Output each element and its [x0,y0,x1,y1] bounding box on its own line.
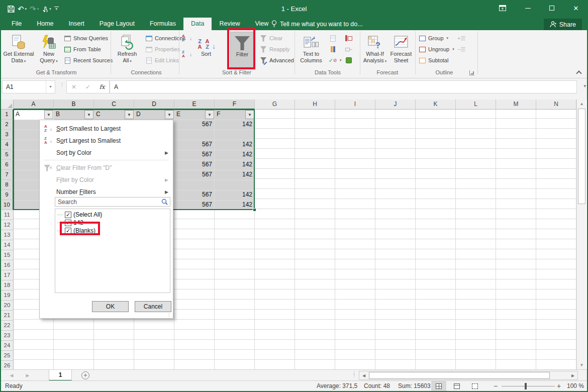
cell-F5[interactable]: 142 [215,150,255,160]
cell-E7[interactable]: 567 [174,170,215,180]
cell-E4[interactable]: 567 [174,140,215,150]
share-button[interactable]: Share [544,19,582,30]
column-header-J[interactable]: J [375,100,416,110]
row-header-12[interactable]: 12 [1,220,14,230]
row-header-13[interactable]: 13 [1,230,14,240]
search-input[interactable] [55,197,170,207]
column-header-M[interactable]: M [496,100,536,110]
filter-value-142[interactable]: ✓142 [57,219,83,227]
cell-F2[interactable]: 142 [215,120,255,130]
subtotal-button[interactable]: Subtotal [418,55,448,65]
cell-F7[interactable]: 142 [215,170,255,180]
zoom-in-icon[interactable]: + [557,381,561,391]
cell-D1[interactable]: D▼ [134,110,174,120]
get-external-data-button[interactable]: Get External Data▾ [3,32,34,68]
from-table-button[interactable]: From Table [63,44,101,54]
column-header-I[interactable]: I [335,100,375,110]
menu-item-sort-by-color[interactable]: Sort by Color▶ [40,147,172,159]
new-query-button[interactable]: New Query▾ [36,32,61,68]
sheet-tab-1[interactable]: 1 [49,370,72,381]
refresh-all-button[interactable]: Refresh All▾ [114,32,141,68]
minimize-icon[interactable] [518,0,538,16]
row-header-14[interactable]: 14 [1,240,14,250]
outline-dialog-launcher-icon[interactable] [469,70,474,75]
cell-C1[interactable]: C▼ [94,110,134,120]
autofilter-dropdown-icon-C[interactable]: ▼ [125,110,134,119]
maximize-icon[interactable] [542,0,562,16]
ok-button[interactable]: OK [92,301,129,312]
zoom-level[interactable]: 100 % [567,381,584,391]
tab-home[interactable]: Home [29,18,61,30]
tab-scroll-splitter[interactable]: ⋮⋮ [352,372,355,377]
column-header-D[interactable]: D [134,100,174,110]
menu-item-number-filters[interactable]: Number Filters▶ [40,186,172,198]
cell-F10[interactable]: 142 [215,200,255,210]
column-header-A[interactable]: A [14,100,54,110]
show-queries-button[interactable]: Show Queries [63,33,108,43]
row-header-19[interactable]: 19 [1,290,14,301]
menu-item-sort-largest-to-smallest[interactable]: ZA↓Sort Largest to Smallest [40,135,172,147]
zoom-out-icon[interactable]: − [494,381,498,391]
cell-F9[interactable]: 142 [215,190,255,200]
column-header-G[interactable]: G [255,100,295,110]
row-header-16[interactable]: 16 [1,260,14,270]
row-header-26[interactable]: 26 [1,361,14,369]
column-header-K[interactable]: K [416,100,456,110]
horizontal-scroll-thumb[interactable] [369,372,550,379]
scroll-up-icon[interactable]: ▲ [577,100,586,108]
row-header-11[interactable]: 11 [1,210,14,220]
checkbox-icon[interactable]: ✓ [65,220,71,226]
scroll-right-icon[interactable]: ▶ [568,371,577,379]
cell-F6[interactable]: 142 [215,160,255,170]
filter-value-selectall[interactable]: ✓(Select All) [57,211,102,219]
row-header-17[interactable]: 17 [1,270,14,280]
row-header-3[interactable]: 3 [1,130,14,140]
column-header-F[interactable]: F [215,100,255,110]
row-header-8[interactable]: 8 [1,180,14,190]
row-header-25[interactable]: 25 [1,351,14,361]
close-icon[interactable]: ✕ [566,0,586,16]
cell-A1[interactable]: A▼ [14,110,54,120]
tab-review[interactable]: Review [212,18,247,30]
row-header-10[interactable]: 10 [1,200,14,210]
row-header-21[interactable]: 21 [1,311,14,321]
cell-E5[interactable]: 567 [174,150,215,160]
column-header-L[interactable]: L [456,100,496,110]
formula-bar-splitter[interactable]: ⋮ [60,83,64,86]
sort-button[interactable]: ZA AZ ↓ Sort [195,32,217,68]
cell-E9[interactable]: 567 [174,190,215,200]
tab-formulas[interactable]: Formulas [142,18,183,30]
cell-E6[interactable]: 567 [174,160,215,170]
tab-insert[interactable]: Insert [61,18,92,30]
row-header-1[interactable]: 1 [1,110,14,120]
normal-view-button[interactable] [431,381,446,391]
tab-data[interactable]: Data [183,18,212,30]
vertical-scroll-thumb[interactable] [578,109,585,204]
autofilter-dropdown-icon-E[interactable]: ▼ [205,110,214,119]
zoom-slider-thumb[interactable] [525,383,527,389]
autofilter-dropdown-icon-A[interactable]: ▼ [44,110,53,119]
filter-value-blanks[interactable]: ✓(Blanks) [57,227,95,235]
row-header-20[interactable]: 20 [1,301,14,311]
group-button[interactable]: Group▾ [418,33,448,43]
row-header-24[interactable]: 24 [1,341,14,351]
formula-bar-content[interactable]: A [110,80,577,93]
column-header-N[interactable]: N [536,100,576,110]
forecast-sheet-button[interactable]: Forecast Sheet [389,32,413,68]
autofilter-dropdown-icon-F[interactable]: ▼ [245,110,254,119]
cell-B1[interactable]: B▼ [54,110,94,120]
row-header-6[interactable]: 6 [1,160,14,170]
collapse-ribbon-icon[interactable] [576,70,581,76]
page-layout-view-button[interactable] [449,381,464,391]
row-header-4[interactable]: 4 [1,140,14,150]
checkbox-icon[interactable]: ✓ [65,212,71,218]
row-header-7[interactable]: 7 [1,170,14,180]
advanced-filter-button[interactable]: Advanced [259,55,294,65]
consolidate-button[interactable] [345,33,353,43]
cell-E1[interactable]: E▼ [174,110,215,120]
ungroup-button[interactable]: Ungroup▾ [418,44,454,54]
name-box-dropdown-icon[interactable]: ▾ [46,81,55,93]
sort-descending-button[interactable]: ZA↓ [182,49,192,59]
zoom-slider-track[interactable] [502,386,555,386]
autofilter-dropdown-icon-D[interactable]: ▼ [165,110,174,119]
